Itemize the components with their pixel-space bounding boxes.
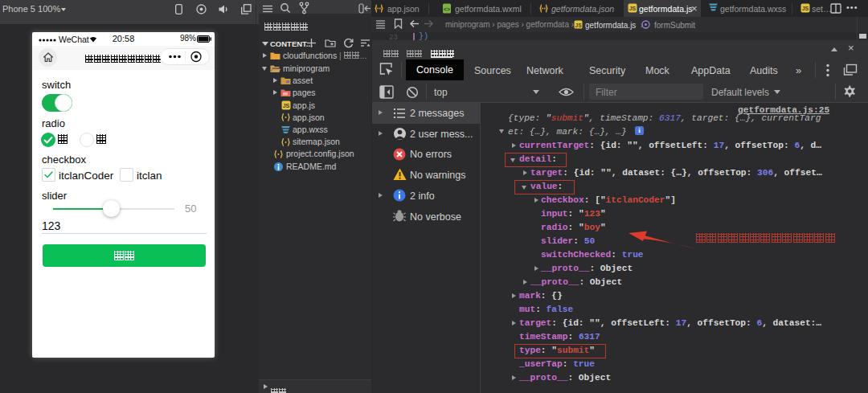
svg-text:JS: JS [629,6,637,11]
svg-text:<>: <> [444,6,450,12]
svg-text:JS: JS [575,23,583,28]
svg-text:JS: JS [283,103,290,108]
svg-text:JS: JS [802,6,809,11]
